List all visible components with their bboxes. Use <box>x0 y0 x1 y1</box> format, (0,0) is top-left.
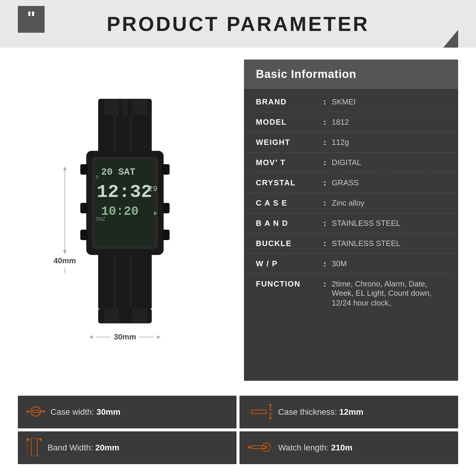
info-key: B A N D <box>256 219 321 228</box>
info-colon: : <box>321 219 328 228</box>
svg-rect-55 <box>33 410 39 413</box>
info-value: STAINLESS STEEL <box>332 239 446 248</box>
info-row: B A N D : STAINLESS STEEL <box>244 213 458 234</box>
info-value: STAINLESS STEEL <box>332 219 446 228</box>
svg-rect-47 <box>98 300 152 309</box>
info-header: Basic Information <box>244 60 458 89</box>
watch-thickness-icon <box>248 404 272 420</box>
svg-text:10:20: 10:20 <box>101 204 139 219</box>
info-row: FUNCTION : 2time, Chrono, Alarm, Date, W… <box>244 274 458 314</box>
svg-rect-74 <box>251 446 265 449</box>
info-key: C A S E <box>256 198 321 208</box>
info-value: 1812 <box>332 118 446 127</box>
svg-rect-38 <box>98 273 152 282</box>
watch-width-icon <box>27 404 45 420</box>
info-row: BUCKLE : STAINLESS STEEL <box>244 234 458 254</box>
info-colon: : <box>321 178 328 187</box>
info-colon: : <box>321 138 328 147</box>
svg-rect-1 <box>104 99 119 117</box>
info-row: W / P : 30M <box>244 254 458 274</box>
watch-section: 40mm <box>18 60 232 381</box>
info-colon: : <box>321 118 328 127</box>
svg-rect-20 <box>162 164 170 175</box>
svg-rect-2 <box>122 99 128 117</box>
svg-rect-21 <box>162 203 170 213</box>
spec-label: Band Width: 20mm <box>48 443 119 452</box>
info-section-title: Basic Information <box>256 68 356 80</box>
info-rows: BRAND : SKMEI MODEL : 1812 WEIGHT : 112g… <box>244 89 458 381</box>
svg-rect-60 <box>251 410 266 414</box>
svg-marker-71 <box>27 438 30 441</box>
svg-rect-53 <box>132 309 147 323</box>
bottom-specs: Case width: 30mm Case thickness: 12mm Ba… <box>0 393 476 476</box>
quote-icon: " <box>18 6 45 33</box>
svg-marker-77 <box>248 446 251 449</box>
page-title: PRODUCT PARAMETER <box>107 12 369 35</box>
svg-rect-41 <box>98 282 152 291</box>
height-dimension-label: 40mm <box>54 256 76 265</box>
info-row: C A S E : Zinc alloy <box>244 193 458 213</box>
watch-container: 40mm <box>62 99 187 342</box>
info-value: 2time, Chrono, Alarm, Date, Week, EL Lig… <box>332 279 446 308</box>
svg-rect-35 <box>98 264 152 273</box>
svg-rect-7 <box>98 124 152 133</box>
info-key: MOV’ T <box>256 158 321 167</box>
svg-rect-10 <box>98 133 152 142</box>
svg-point-75 <box>265 446 267 448</box>
info-key: MODEL <box>256 118 321 127</box>
spec-box: Watch length: 210m <box>239 431 458 464</box>
svg-rect-17 <box>80 164 88 175</box>
spec-label: Watch length: 210m <box>278 443 353 452</box>
svg-rect-19 <box>80 230 88 240</box>
info-panel: Basic Information BRAND : SKMEI MODEL : … <box>244 60 458 381</box>
header: " PRODUCT PARAMETER <box>0 0 476 48</box>
watch-image: 20 SAT 12:32 29 10:20 SNZ P <box>62 99 187 331</box>
info-key: BRAND <box>256 97 321 107</box>
svg-text:P: P <box>96 175 99 180</box>
svg-rect-3 <box>132 99 147 117</box>
svg-text:29: 29 <box>148 184 157 193</box>
info-colon: : <box>321 198 328 208</box>
svg-marker-72 <box>39 438 42 441</box>
svg-point-73 <box>262 443 270 451</box>
spec-label: Case thickness: 12mm <box>278 407 363 417</box>
width-dimension: 30mm <box>89 332 160 342</box>
svg-marker-66 <box>269 416 272 419</box>
info-colon: : <box>321 239 328 248</box>
info-key: WEIGHT <box>256 138 321 147</box>
info-row: MOV’ T : DIGITAL <box>244 153 458 173</box>
info-row: BRAND : SKMEI <box>244 92 458 112</box>
svg-rect-13 <box>98 142 152 151</box>
svg-rect-4 <box>98 115 152 124</box>
svg-rect-67 <box>31 438 37 456</box>
watch-length-icon <box>248 440 272 456</box>
info-value: DIGITAL <box>332 158 446 167</box>
svg-rect-22 <box>162 230 170 240</box>
svg-text:20 SAT: 20 SAT <box>101 167 135 178</box>
info-key: CRYSTAL <box>256 178 321 187</box>
info-colon: : <box>321 279 328 289</box>
svg-rect-52 <box>123 309 129 323</box>
info-colon: : <box>321 158 328 167</box>
info-colon: : <box>321 259 328 268</box>
spec-box: Case width: 30mm <box>18 396 237 428</box>
info-row: WEIGHT : 112g <box>244 132 458 153</box>
svg-marker-57 <box>27 410 29 413</box>
svg-text:12:32: 12:32 <box>97 181 152 203</box>
info-colon: : <box>321 97 328 107</box>
svg-rect-51 <box>104 309 119 323</box>
band-width-icon <box>27 438 42 457</box>
info-row: MODEL : 1812 <box>244 112 458 132</box>
info-key: FUNCTION <box>256 279 321 289</box>
svg-text:SNZ: SNZ <box>96 217 105 222</box>
info-row: CRYSTAL : GRASS <box>244 173 458 193</box>
svg-marker-59 <box>42 410 45 413</box>
info-value: GRASS <box>332 178 446 187</box>
main-content: 40mm <box>0 48 476 393</box>
info-value: 30M <box>332 259 446 268</box>
spec-box: Case thickness: 12mm <box>239 396 458 428</box>
width-dimension-label: 30mm <box>114 332 136 342</box>
info-value: SKMEI <box>332 97 446 107</box>
info-key: W / P <box>256 259 321 268</box>
svg-rect-32 <box>98 255 152 264</box>
